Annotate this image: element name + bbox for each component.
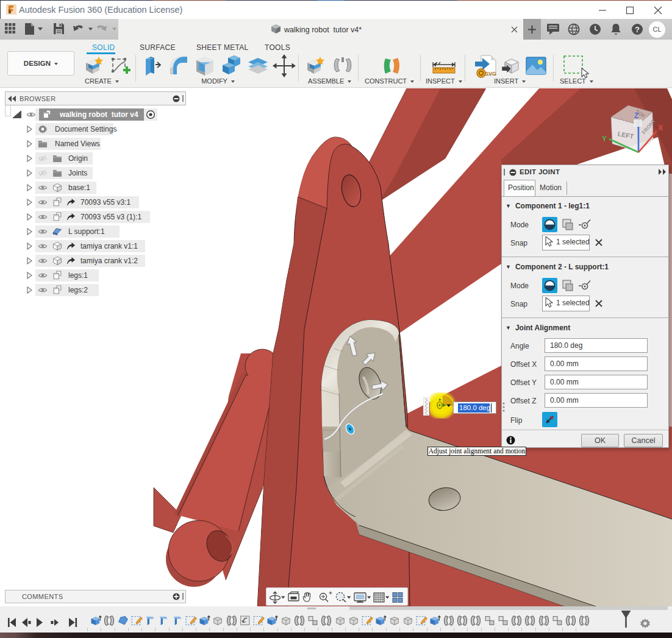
svg-text:SVG: SVG [485, 71, 496, 77]
svg-text:Y: Y [602, 135, 607, 143]
svg-text:?: ? [635, 25, 640, 34]
svg-text:Z: Z [634, 112, 638, 120]
svg-text:X: X [658, 124, 663, 132]
